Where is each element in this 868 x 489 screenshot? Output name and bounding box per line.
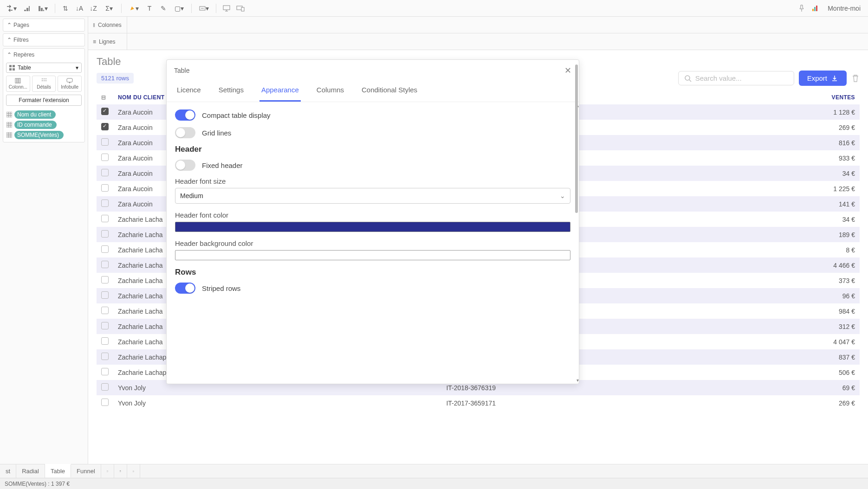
show-me-icon[interactable] (810, 3, 821, 14)
field-pill[interactable]: ID commande (14, 121, 57, 129)
close-icon[interactable]: ✕ (564, 65, 571, 76)
mark-tooltip[interactable]: Infobulle (58, 76, 82, 92)
text-icon[interactable]: T (144, 3, 155, 14)
format-extension-button[interactable]: Formater l'extension (6, 95, 82, 106)
compact-display-toggle[interactable] (175, 109, 195, 121)
row-checkbox[interactable] (101, 184, 109, 192)
new-worksheet-icon[interactable] (101, 464, 114, 478)
row-checkbox[interactable] (101, 169, 109, 176)
header-section-title: Header (175, 145, 570, 154)
sort-field-icon[interactable]: ⇅ (60, 3, 71, 14)
fit-icon[interactable]: ▾ (196, 3, 211, 14)
sheet-tab-radial[interactable]: Radial (16, 464, 45, 478)
border-icon[interactable]: ▢▾ (172, 3, 187, 14)
mark-columns[interactable]: Colonn... (6, 76, 30, 92)
row-checkbox[interactable] (101, 154, 109, 161)
row-checkbox[interactable] (101, 138, 109, 146)
cell-order: IT-2017-3659171 (260, 395, 789, 411)
mark-type-select[interactable]: Table ▾ (6, 63, 82, 73)
svg-rect-0 (24, 10, 26, 11)
svg-rect-26 (67, 78, 72, 82)
row-checkbox[interactable] (101, 276, 109, 283)
row-checkbox[interactable] (101, 291, 109, 299)
new-story-icon[interactable] (127, 464, 140, 478)
table-settings-modal: Table ✕ LicenceSettingsAppearanceColumns… (166, 59, 579, 384)
svg-point-22 (45, 78, 46, 79)
swap-icon[interactable]: ▾ (4, 3, 19, 14)
row-checkbox[interactable] (101, 368, 109, 375)
tab-settings[interactable]: Settings (217, 81, 246, 102)
row-checkbox[interactable] (101, 108, 109, 115)
sheet-tab-st[interactable]: st (0, 464, 16, 478)
font-size-select[interactable]: Medium⌄ (175, 188, 570, 204)
font-color-label: Header font color (175, 211, 570, 219)
compact-display-label: Compact table display (202, 111, 271, 119)
row-checkbox[interactable] (101, 322, 109, 329)
fixed-header-label: Fixed header (202, 161, 243, 169)
svg-rect-12 (816, 6, 817, 11)
columns-shelf[interactable]: ⦀Colonnes (88, 17, 868, 33)
header-ventes[interactable]: VENTES (789, 90, 860, 104)
row-checkbox[interactable] (101, 399, 109, 406)
collapse-all-icon[interactable]: ⊟ (101, 94, 106, 101)
tab-columns[interactable]: Columns (315, 81, 346, 102)
row-checkbox[interactable] (101, 383, 109, 391)
svg-point-20 (42, 78, 43, 79)
cell-ventes: 4 047 € (789, 334, 860, 349)
new-dashboard-icon[interactable] (114, 464, 127, 478)
striped-rows-toggle[interactable] (175, 283, 195, 294)
font-color-input[interactable] (175, 222, 570, 232)
search-input[interactable]: Search value... (678, 71, 794, 85)
field-pill[interactable]: Nom du client (14, 110, 56, 119)
device-icon[interactable] (235, 3, 246, 14)
svg-rect-29 (6, 132, 12, 138)
row-checkbox[interactable] (101, 261, 109, 268)
filters-shelf[interactable]: ⌃Filtres (3, 34, 84, 46)
row-checkbox[interactable] (101, 353, 109, 360)
svg-rect-15 (9, 68, 12, 71)
show-me-label[interactable]: Montre-moi (824, 5, 864, 12)
totals-icon[interactable]: Σ▾ (102, 3, 117, 14)
sheet-tab-funnel[interactable]: Funnel (71, 464, 101, 478)
svg-rect-18 (17, 78, 19, 83)
table-row[interactable]: Yvon Joly IT-2017-3659171 269 € (97, 395, 860, 411)
row-checkbox[interactable] (101, 123, 109, 130)
cell-ventes: 34 € (789, 212, 860, 227)
row-checkbox[interactable] (101, 307, 109, 314)
svg-rect-19 (19, 78, 20, 83)
row-checkbox[interactable] (101, 199, 109, 207)
tab-appearance[interactable]: Appearance (259, 81, 301, 102)
svg-rect-16 (13, 68, 15, 71)
annotate-icon[interactable]: ✎ (158, 3, 169, 14)
tab-licence[interactable]: Licence (175, 81, 203, 102)
export-button[interactable]: Export (799, 71, 847, 86)
sort-az-icon[interactable]: ↓A (74, 3, 85, 14)
row-checkbox[interactable] (101, 230, 109, 238)
sort-za-icon[interactable]: ↓Z (88, 3, 99, 14)
pages-shelf[interactable]: ⌃Pages (3, 19, 84, 31)
row-checkbox[interactable] (101, 337, 109, 345)
rows-shelf[interactable]: ≡Lignes (88, 33, 868, 50)
svg-rect-27 (6, 112, 12, 117)
tab-conditional-styles[interactable]: Conditional Styles (360, 81, 419, 102)
modal-tabs: LicenceSettingsAppearanceColumnsConditio… (167, 81, 579, 102)
sort-asc-icon[interactable] (21, 3, 32, 14)
bg-color-input[interactable] (175, 250, 570, 260)
mark-detail[interactable]: Détails (32, 76, 56, 92)
sort-desc-icon[interactable]: ▾ (35, 3, 50, 14)
row-checkbox[interactable] (101, 215, 109, 222)
trash-icon[interactable] (851, 74, 860, 83)
row-checkbox[interactable] (101, 245, 109, 253)
svg-rect-14 (13, 65, 15, 67)
cell-ventes: 34 € (789, 166, 860, 181)
fixed-header-toggle[interactable] (175, 160, 195, 171)
cell-ventes: 69 € (789, 380, 860, 395)
cell-ventes: 373 € (789, 273, 860, 288)
highlight-icon[interactable]: ▾ (126, 3, 141, 14)
grid-lines-toggle[interactable] (175, 127, 195, 138)
field-pill[interactable]: SOMME(Ventes) (14, 131, 64, 139)
pin-icon[interactable] (796, 3, 807, 14)
presentation-icon[interactable] (221, 3, 232, 14)
sheet-tab-table[interactable]: Table (45, 464, 71, 477)
svg-rect-4 (41, 8, 43, 11)
